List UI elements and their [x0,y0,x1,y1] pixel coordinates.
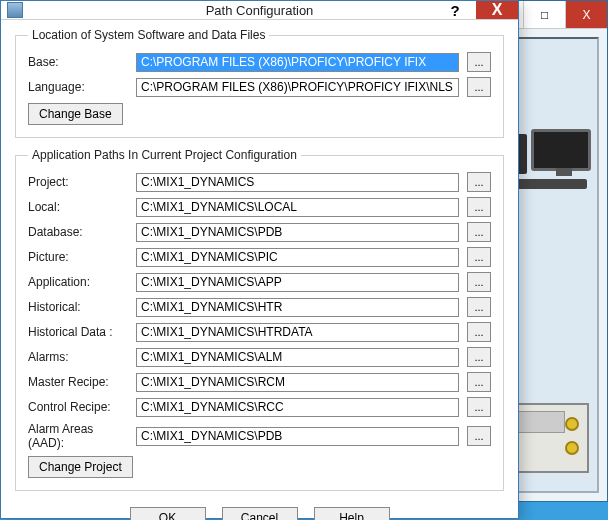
ok-button[interactable]: OK [130,507,206,520]
change-base-button[interactable]: Change Base [28,103,123,125]
database-browse-button[interactable]: ... [467,222,491,242]
historical-input[interactable] [136,298,459,317]
language-input[interactable] [136,78,459,97]
alarmareasaad-browse-button[interactable]: ... [467,426,491,446]
alarms-input[interactable] [136,348,459,367]
system-software-legend: Location of System Software and Data Fil… [28,28,269,42]
database-label: Database: [28,225,128,239]
help-button[interactable]: Help [314,507,390,520]
language-label: Language: [28,80,128,94]
dialog-titlebar[interactable]: Path Configuration ? X [1,1,518,20]
historicaldata-label: Historical Data : [28,325,128,339]
alarmareasaad-input[interactable] [136,427,459,446]
project-browse-button[interactable]: ... [467,172,491,192]
masterrecipe-input[interactable] [136,373,459,392]
base-input[interactable] [136,53,459,72]
keyboard-icon [517,179,587,189]
language-browse-button[interactable]: ... [467,77,491,97]
dialog-content: Location of System Software and Data Fil… [1,20,518,520]
local-input[interactable] [136,198,459,217]
local-browse-button[interactable]: ... [467,197,491,217]
application-label: Application: [28,275,128,289]
controlrecipe-label: Control Recipe: [28,400,128,414]
application-browse-button[interactable]: ... [467,272,491,292]
monitor-icon [531,129,591,171]
historical-browse-button[interactable]: ... [467,297,491,317]
database-input[interactable] [136,223,459,242]
local-label: Local: [28,200,128,214]
close-button-icon[interactable]: X [476,1,518,19]
alarms-browse-button[interactable]: ... [467,347,491,367]
historicaldata-input[interactable] [136,323,459,342]
project-label: Project: [28,175,128,189]
base-browse-button[interactable]: ... [467,52,491,72]
application-paths-group: Application Paths In Current Project Con… [15,148,504,491]
change-project-button[interactable]: Change Project [28,456,133,478]
path-configuration-dialog: Path Configuration ? X Location of Syste… [0,0,519,519]
application-paths-legend: Application Paths In Current Project Con… [28,148,301,162]
cancel-button[interactable]: Cancel [222,507,298,520]
help-button-icon[interactable]: ? [434,1,476,19]
controlrecipe-input[interactable] [136,398,459,417]
picture-label: Picture: [28,250,128,264]
masterrecipe-browse-button[interactable]: ... [467,372,491,392]
controlrecipe-browse-button[interactable]: ... [467,397,491,417]
base-label: Base: [28,55,128,69]
system-software-group: Location of System Software and Data Fil… [15,28,504,138]
alarms-label: Alarms: [28,350,128,364]
project-input[interactable] [136,173,459,192]
application-input[interactable] [136,273,459,292]
masterrecipe-label: Master Recipe: [28,375,128,389]
picture-browse-button[interactable]: ... [467,247,491,267]
historicaldata-browse-button[interactable]: ... [467,322,491,342]
alarmareasaad-label: Alarm Areas (AAD): [28,422,128,450]
app-icon [7,2,23,18]
picture-input[interactable] [136,248,459,267]
dialog-footer: OK Cancel Help [15,501,504,520]
parent-close-button[interactable]: X [565,1,607,28]
parent-maximize-button[interactable]: □ [523,1,565,28]
historical-label: Historical: [28,300,128,314]
